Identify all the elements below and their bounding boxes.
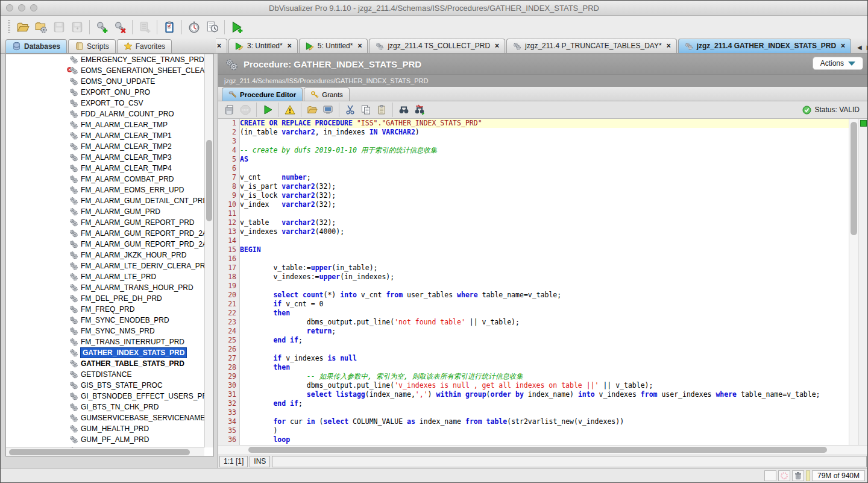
editor-tab[interactable]: jzgz_211.4 TS_COLLECT_PRD× xyxy=(369,39,505,53)
tree-item[interactable]: GI_BTSNODEB_EFFECT_USERS_PRD xyxy=(6,391,204,402)
tree-item[interactable]: FM_ALARM_CLEAR_TMP xyxy=(6,119,204,130)
tree-item[interactable]: FM_ALARM_JKZK_HOUR_PRD xyxy=(6,250,204,260)
task-monitor-button[interactable] xyxy=(160,18,178,36)
tree-item[interactable]: FM_ALARM_TRANS_HOUR_PRD xyxy=(6,282,204,293)
code-editor[interactable]: 1234567891011121314151617181920212223242… xyxy=(218,119,868,445)
folder-gear-icon xyxy=(34,21,48,34)
tree-item[interactable]: FM_ALARM_LTE_DERIV_CLERA_PRD xyxy=(6,260,204,271)
tree-item[interactable]: GIS_BTS_STATE_PROC xyxy=(6,380,204,391)
gears-icon xyxy=(69,142,78,151)
tab-favorites[interactable]: Favorites xyxy=(117,39,172,53)
tree-item[interactable]: FM_ALARM_GUM_DETAIL_CNT_PRD xyxy=(6,195,204,206)
gears-icon xyxy=(512,42,521,51)
editor-vertical-scrollbar[interactable] xyxy=(849,119,858,445)
schedule-button[interactable] xyxy=(203,18,221,36)
tree-item[interactable]: FM_ALARM_LTE_PRD xyxy=(6,271,204,282)
find-button[interactable] xyxy=(396,102,412,118)
tree-item[interactable]: GATHER_TABLE_STATS_PRD xyxy=(6,358,204,369)
editor-tab[interactable]: ed*× xyxy=(216,39,227,53)
gears-icon xyxy=(69,337,78,347)
alerts-button[interactable] xyxy=(282,102,298,118)
tree-item[interactable]: FM_FREQ_PRD xyxy=(6,304,204,315)
load-button[interactable] xyxy=(304,102,320,118)
tree-item[interactable]: FM_ALARM_GUM_REPORT_PRD xyxy=(6,217,204,228)
tree-item[interactable]: FM_ALARM_COMBAT_PRD xyxy=(6,174,204,185)
toolbar-drag-handle[interactable] xyxy=(8,20,10,34)
save-procedure-button[interactable] xyxy=(222,102,237,118)
tree-item[interactable]: GATHER_INDEX_STATS_PRD xyxy=(6,347,204,358)
save-as-button[interactable] xyxy=(68,18,86,36)
close-tab-icon[interactable]: × xyxy=(217,42,221,50)
export-button[interactable] xyxy=(320,102,336,118)
close-tab-icon[interactable]: × xyxy=(288,42,292,50)
actions-button[interactable]: Actions xyxy=(813,57,863,70)
tree-item[interactable]: EXPORT_ONU_PRO xyxy=(6,87,204,98)
editor-tab[interactable]: 3: Untitled*× xyxy=(228,39,298,53)
schedule-icon xyxy=(206,21,219,34)
database-icon xyxy=(12,42,21,51)
line-number: 27 xyxy=(218,354,236,363)
close-tab-icon[interactable]: × xyxy=(667,42,671,50)
gears-icon xyxy=(69,174,78,184)
tree-horizontal-scrollbar[interactable] xyxy=(6,447,204,456)
tree-item[interactable]: GI_BTS_TN_CHK_PRD xyxy=(6,402,204,412)
close-tab-icon[interactable]: × xyxy=(357,42,362,50)
tree-item[interactable]: FM_ALARM_CLEAR_TMP3 xyxy=(6,152,204,163)
copy-button[interactable] xyxy=(358,102,374,118)
chevron-down-icon xyxy=(848,62,855,66)
execute-button[interactable] xyxy=(260,102,275,118)
tree-item[interactable]: EXPORT_TO_CSV xyxy=(6,98,204,109)
tree-item[interactable]: FM_SYNC_NMS_PRD xyxy=(6,326,204,336)
tree-item[interactable]: FM_ALARM_GUM_PRD xyxy=(6,206,204,217)
tree-item[interactable]: GUMSERVICEBASE_SERVICENAME_PRD xyxy=(6,412,204,423)
find-replace-button[interactable] xyxy=(412,102,427,118)
connect-button[interactable] xyxy=(93,18,111,36)
tab-procedure-editor[interactable]: Procedure Editor xyxy=(222,87,303,101)
tree-item[interactable]: GUM_HEALTH_PRD xyxy=(6,423,204,434)
tree-item[interactable]: EOMS_GENERATION_SHEET_CLEAR xyxy=(6,65,204,76)
binoculars-icon xyxy=(398,104,409,115)
tree-item[interactable]: EOMS_ONU_UPDATE xyxy=(6,76,204,87)
garbage-collect-button[interactable] xyxy=(792,470,804,481)
editor-tab[interactable]: 5: Untitled*× xyxy=(299,39,368,53)
open-folder-icon xyxy=(16,21,30,34)
disconnect-button[interactable] xyxy=(111,18,129,36)
tree-item[interactable]: FM_SYNC_ENODEB_PRD xyxy=(6,315,204,326)
code-area[interactable]: CREATE OR REPLACE PROCEDURE "ISS"."GATHE… xyxy=(240,119,849,445)
open-button[interactable] xyxy=(14,18,32,36)
tree-item[interactable]: FM_ALARM_GUM_REPORT_PRD_2AO xyxy=(6,228,204,239)
tree-vertical-scrollbar[interactable] xyxy=(204,54,213,447)
tree-item[interactable]: FM_ALARM_EOMS_ERR_UPD xyxy=(6,185,204,195)
editor-tab[interactable]: jzgz_211.4 GATHER_INDEX_STATS_PRD× xyxy=(678,39,851,53)
tree-item[interactable]: FM_ALARM_CLEAR_TMP4 xyxy=(6,163,204,174)
tab-scripts[interactable]: Scripts xyxy=(68,39,116,53)
stop-button[interactable]: STOP xyxy=(237,102,253,118)
tree-item[interactable]: FM_ALARM_CLEAR_TMP1 xyxy=(6,130,204,141)
new-sql-commander-button[interactable] xyxy=(228,18,246,36)
tab-databases[interactable]: Databases xyxy=(5,39,67,53)
tab-grants[interactable]: Grants xyxy=(304,87,350,101)
paste-button[interactable] xyxy=(374,102,389,118)
add-database-connection-button[interactable] xyxy=(136,18,154,36)
prev-tab-icon[interactable]: ◀ xyxy=(857,44,862,51)
tree-item[interactable]: FM_TRANS_INTERRUPT_PRD xyxy=(6,336,204,347)
tree-item[interactable]: FM_ALARM_GUM_REPORT_PRD_2AS xyxy=(6,239,204,250)
tree-item[interactable]: GETDISTANCE xyxy=(6,369,204,380)
cut-button[interactable] xyxy=(342,102,358,118)
tree-item[interactable]: GUM_PF_ALM_PRD xyxy=(6,434,204,445)
close-tab-icon[interactable]: × xyxy=(495,42,499,50)
line-number: 3 xyxy=(218,137,236,146)
memory-usage[interactable]: 79M of 940M xyxy=(812,470,865,481)
tree-item[interactable]: EMERGENCY_SENCE_TRANS_PRD xyxy=(6,54,204,65)
tree-item[interactable]: FDD_ALARM_COUNT_PRO xyxy=(6,109,204,119)
editor-horizontal-scrollbar[interactable] xyxy=(218,445,868,454)
stopwatch-button[interactable] xyxy=(185,18,203,36)
tree-item[interactable]: FM_DEL_PRE_DH_PRD xyxy=(6,293,204,304)
code-line: v_cnt number; xyxy=(240,173,849,182)
tree-item[interactable]: FM_ALARM_CLEAR_TMP2 xyxy=(6,141,204,152)
close-tab-icon[interactable]: × xyxy=(841,42,845,50)
editor-tab[interactable]: jzgz_211.4 P_TRUNCATE_TABLES_DAY*× xyxy=(506,39,677,53)
open-settings-button[interactable] xyxy=(32,18,50,36)
gears-icon xyxy=(69,218,78,227)
save-button[interactable] xyxy=(50,18,68,36)
